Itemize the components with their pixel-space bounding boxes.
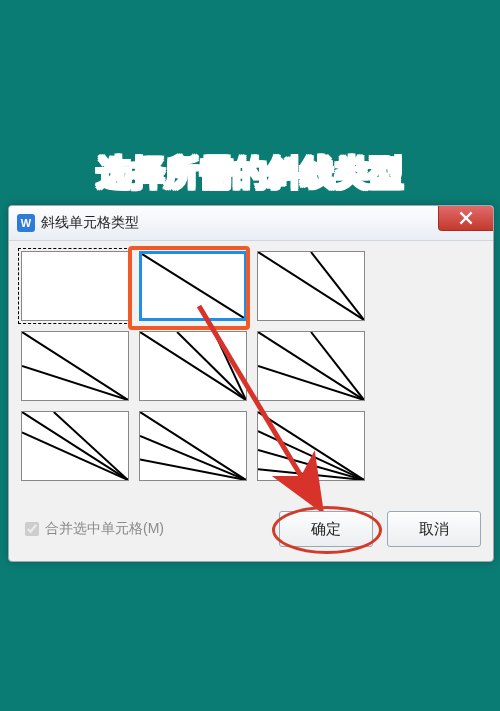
ok-button-label: 确定 <box>311 520 341 539</box>
svg-line-12 <box>54 412 128 480</box>
merge-cells-checkbox[interactable] <box>25 522 39 536</box>
close-button[interactable] <box>438 206 493 231</box>
svg-line-11 <box>22 412 128 480</box>
diagonal-option-blank[interactable] <box>21 251 129 321</box>
dialog-footer: 合并选中单元格(M) 确定 取消 <box>21 511 481 547</box>
diagonal-option-three-a[interactable] <box>139 331 247 401</box>
diagonal-option-two-b[interactable] <box>21 331 129 401</box>
dialog-body <box>9 241 493 493</box>
option-grid <box>21 251 481 481</box>
svg-line-1 <box>258 252 364 320</box>
footer-buttons: 确定 取消 <box>279 511 481 547</box>
diagonal-option-diag1[interactable] <box>139 251 247 321</box>
diagonal-option-three-d[interactable] <box>139 411 247 481</box>
close-icon <box>459 211 473 225</box>
ok-button[interactable]: 确定 <box>279 511 373 547</box>
svg-line-6 <box>177 332 246 400</box>
diagonal-option-three-c[interactable] <box>21 411 129 481</box>
svg-line-9 <box>311 332 364 400</box>
svg-line-15 <box>140 436 246 480</box>
diagonal-cell-type-dialog: W 斜线单元格类型 合并选中单元格(M) 确定 <box>8 205 494 562</box>
app-icon: W <box>17 214 35 232</box>
svg-line-13 <box>22 432 128 480</box>
cancel-button[interactable]: 取消 <box>387 511 481 547</box>
cancel-button-label: 取消 <box>419 520 449 539</box>
instruction-caption: 选择所需的斜线类型 <box>0 150 500 196</box>
titlebar: W 斜线单元格类型 <box>9 206 493 241</box>
dialog-title: 斜线单元格类型 <box>41 214 139 232</box>
diagonal-option-two-a[interactable] <box>257 251 365 321</box>
svg-line-8 <box>258 332 364 400</box>
svg-line-2 <box>311 252 364 320</box>
diagonal-option-three-b[interactable] <box>257 331 365 401</box>
merge-cells-label: 合并选中单元格(M) <box>45 520 164 538</box>
svg-line-10 <box>258 366 364 400</box>
diagonal-option-four-a[interactable] <box>257 411 365 481</box>
svg-line-3 <box>22 332 128 400</box>
svg-line-0 <box>142 254 244 318</box>
svg-line-4 <box>22 366 128 400</box>
merge-cells-checkbox-row: 合并选中单元格(M) <box>21 519 164 539</box>
